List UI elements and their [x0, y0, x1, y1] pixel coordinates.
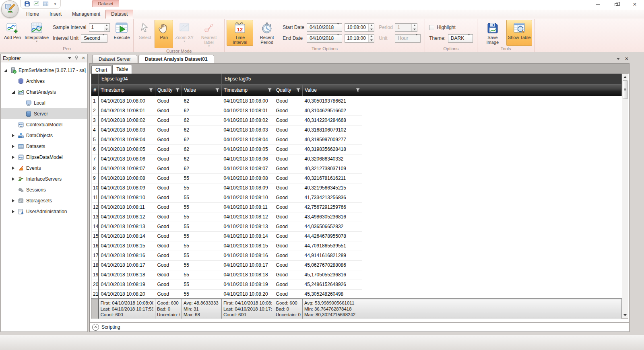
- spinner-arrows-icon[interactable]: [368, 24, 374, 31]
- data-cell[interactable]: 04/10/2018 10:08:16: [99, 251, 155, 260]
- spinner-arrows-icon[interactable]: [104, 24, 109, 31]
- table-row[interactable]: 1404/10/2018 10:08:13Good5504/10/2018 10…: [91, 222, 622, 231]
- tree-item-storagesets[interactable]: Storagesets: [1, 195, 87, 206]
- scrollbar-thumb[interactable]: [623, 80, 627, 99]
- pin-icon[interactable]: [74, 56, 78, 61]
- table-row[interactable]: 2004/10/2018 10:08:19Good5504/10/2018 10…: [91, 280, 622, 289]
- table-row[interactable]: 2104/10/2018 10:08:20Good5504/10/2018 10…: [91, 289, 622, 299]
- tree-item-events[interactable]: Events: [1, 163, 87, 173]
- data-cell[interactable]: 04/10/2018 10:08:08: [222, 173, 274, 183]
- row-number-cell[interactable]: 12: [91, 202, 99, 212]
- data-cell[interactable]: 04/10/2018 10:08:01: [99, 106, 155, 115]
- data-cell[interactable]: 04/10/2018 10:08:11: [99, 202, 155, 212]
- data-cell[interactable]: Good: [274, 212, 303, 222]
- data-cell[interactable]: 04/10/2018 10:08:09: [222, 183, 274, 193]
- row-number-cell[interactable]: 5: [91, 135, 99, 144]
- data-cell[interactable]: 55: [182, 183, 222, 193]
- table-row[interactable]: 1504/10/2018 10:08:14Good5504/10/2018 10…: [91, 231, 622, 241]
- start-time-value[interactable]: 10:08:00: [345, 24, 368, 31]
- data-cell[interactable]: 04/10/2018 10:08:17: [222, 260, 274, 270]
- tree-item-sessions[interactable]: Sessions: [1, 184, 87, 195]
- table-row[interactable]: 204/10/2018 10:08:01Good6204/10/2018 10:…: [91, 106, 622, 115]
- data-cell[interactable]: 62: [182, 125, 222, 135]
- tree-item-server[interactable]: Server: [1, 108, 87, 119]
- data-cell[interactable]: Good: [155, 183, 182, 193]
- data-cell[interactable]: 04/10/2018 10:08:20: [99, 289, 155, 299]
- data-cell[interactable]: Good: [155, 280, 182, 289]
- data-cell[interactable]: 55: [182, 193, 222, 202]
- data-cell[interactable]: 55: [182, 251, 222, 260]
- data-cell[interactable]: Good: [274, 106, 303, 115]
- show-table-button[interactable]: Show Table: [506, 20, 533, 46]
- data-cell[interactable]: 04/10/2018 10:08:01: [222, 106, 274, 115]
- data-cell[interactable]: 44,4264678955078: [303, 231, 362, 241]
- data-cell[interactable]: 04/10/2018 10:08:16: [222, 251, 274, 260]
- data-cell[interactable]: Good: [274, 144, 303, 154]
- data-cell[interactable]: Good: [274, 193, 303, 202]
- data-cell[interactable]: Good: [274, 270, 303, 280]
- qat-dropdown-icon[interactable]: ▼: [52, 2, 57, 6]
- data-cell[interactable]: 55: [182, 289, 222, 299]
- column-header-row-number[interactable]: #: [91, 84, 99, 96]
- table-row[interactable]: 404/10/2018 10:08:03Good6204/10/2018 10:…: [91, 125, 622, 135]
- column-header-quality-tag05[interactable]: Quality: [274, 84, 303, 96]
- data-cell[interactable]: 04/10/2018 10:08:06: [99, 154, 155, 164]
- data-cell[interactable]: 04/10/2018 10:08:18: [222, 270, 274, 280]
- row-number-cell[interactable]: 1: [91, 96, 99, 106]
- filter-icon[interactable]: [296, 88, 300, 94]
- data-cell[interactable]: 40,3219566345215: [303, 183, 362, 193]
- data-cell[interactable]: Good: [274, 202, 303, 212]
- data-cell[interactable]: 40,3050193786621: [303, 96, 362, 106]
- data-cell[interactable]: Good: [274, 125, 303, 135]
- panel-menu-icon[interactable]: [68, 57, 71, 59]
- spinner-arrows-icon[interactable]: [368, 35, 374, 42]
- data-cell[interactable]: 62: [182, 164, 222, 173]
- tree-item-useradministration[interactable]: UserAdministration: [1, 206, 87, 217]
- group-header-elipsetag04[interactable]: ElipseTag04: [99, 74, 222, 84]
- column-header-timestamp-tag04[interactable]: Timestamp: [99, 84, 155, 96]
- data-cell[interactable]: 45,2486152648926: [303, 280, 362, 289]
- data-cell[interactable]: Good: [274, 260, 303, 270]
- start-time-stepper[interactable]: 10:08:00: [345, 23, 374, 32]
- table-row[interactable]: 804/10/2018 10:08:07Good6204/10/2018 10:…: [91, 164, 622, 173]
- data-cell[interactable]: Good: [155, 144, 182, 154]
- row-number-cell[interactable]: 20: [91, 280, 99, 289]
- data-cell[interactable]: 40,3216781616211: [303, 173, 362, 183]
- data-cell[interactable]: Good: [274, 251, 303, 260]
- doc-tab-dataset-server[interactable]: Dataset Server: [92, 55, 137, 63]
- data-cell[interactable]: 04/10/2018 10:08:18: [99, 270, 155, 280]
- data-cell[interactable]: 40,3104629516602: [303, 106, 362, 115]
- table-row[interactable]: 1804/10/2018 10:08:17Good5504/10/2018 10…: [91, 260, 622, 270]
- save-image-button[interactable]: Save Image: [479, 20, 506, 46]
- tab-dataset[interactable]: Dataset: [105, 10, 133, 19]
- table-row[interactable]: 904/10/2018 10:08:08Good5504/10/2018 10:…: [91, 173, 622, 183]
- row-number-cell[interactable]: 8: [91, 164, 99, 173]
- tree-item-interfaceservers[interactable]: InterfaceServers: [1, 173, 87, 184]
- pan-button[interactable]: Pan: [155, 20, 173, 48]
- period-stepper[interactable]: 1: [395, 23, 417, 32]
- highlight-checkbox[interactable]: [429, 25, 434, 30]
- tree-expander-icon[interactable]: [11, 90, 16, 95]
- tree-expander-icon[interactable]: [11, 209, 16, 214]
- execute-button[interactable]: Execute: [112, 20, 132, 46]
- data-cell[interactable]: Good: [274, 164, 303, 173]
- data-cell[interactable]: Good: [274, 280, 303, 289]
- data-cell[interactable]: Good: [155, 115, 182, 125]
- application-menu-button[interactable]: [1, 0, 19, 18]
- data-cell[interactable]: Good: [274, 289, 303, 299]
- close-tab-icon[interactable]: ✕: [625, 56, 629, 62]
- data-cell[interactable]: 04/10/2018 10:08:06: [222, 154, 274, 164]
- data-cell[interactable]: 40,3185997009277: [303, 135, 362, 144]
- data-cell[interactable]: 55: [182, 260, 222, 270]
- group-header-elipsetag05[interactable]: ElipseTag05: [222, 74, 362, 84]
- tree-expander-icon[interactable]: [11, 144, 16, 149]
- filter-icon[interactable]: [215, 88, 219, 94]
- data-cell[interactable]: Good: [274, 96, 303, 106]
- data-cell[interactable]: 04/10/2018 10:08:07: [99, 164, 155, 173]
- end-time-value[interactable]: 10:18:00: [345, 35, 368, 42]
- table-row[interactable]: 104/10/2018 10:08:00Good6204/10/2018 10:…: [91, 96, 622, 106]
- view-tab-chart[interactable]: Chart: [91, 66, 111, 74]
- table-row[interactable]: 1904/10/2018 10:08:18Good5504/10/2018 10…: [91, 270, 622, 280]
- end-date-picker[interactable]: 04/10/2018: [307, 34, 342, 43]
- table-row[interactable]: 304/10/2018 10:08:02Good6204/10/2018 10:…: [91, 115, 622, 125]
